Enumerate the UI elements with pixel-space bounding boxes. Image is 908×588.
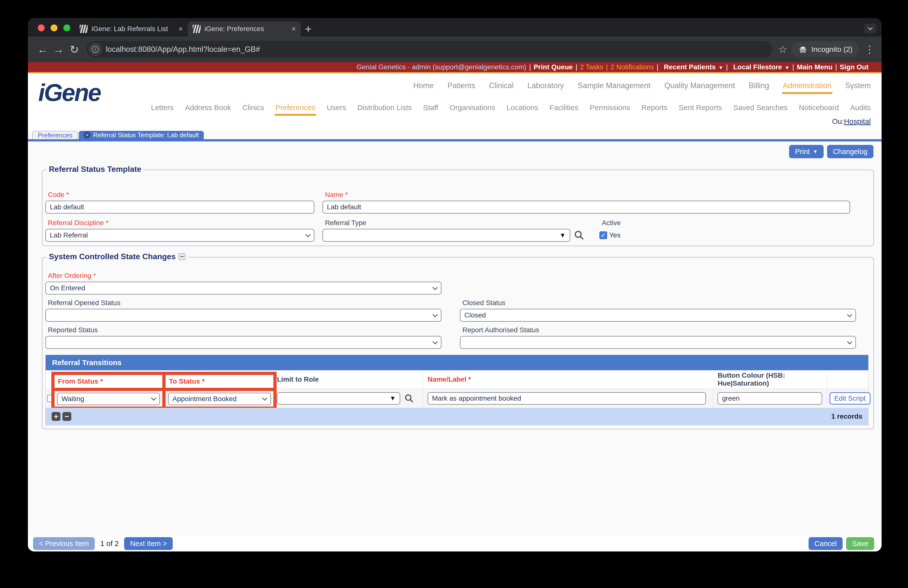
nav-patients[interactable]: Patients	[448, 81, 475, 90]
nav-address-book[interactable]: Address Book	[185, 103, 231, 112]
zoom-window-button[interactable]	[63, 24, 70, 31]
nav-preferences[interactable]: Preferences	[275, 103, 316, 112]
active-checkbox[interactable]: ✓	[599, 231, 607, 239]
row-actions-cell: Edit Script	[827, 389, 868, 408]
incognito-label: Incognito (2)	[811, 45, 852, 53]
referral-type-combo[interactable]: ▼	[322, 229, 570, 242]
nav-laboratory[interactable]: Laboratory	[528, 81, 564, 90]
name-input[interactable]: Lab default	[322, 201, 850, 214]
save-button[interactable]: Save	[846, 537, 874, 550]
forward-button[interactable]: →	[51, 43, 66, 56]
minimize-window-button[interactable]	[51, 24, 58, 31]
previous-item-button[interactable]: < Previous Item	[33, 537, 95, 550]
print-button[interactable]: Print▼	[789, 145, 823, 158]
nav-noticeboard[interactable]: Noticeboard	[799, 103, 839, 112]
browser-tab-preferences[interactable]: iGene: Preferences ×	[188, 21, 301, 37]
after-ordering-select[interactable]: On Entered	[45, 282, 441, 295]
nav-quality-management[interactable]: Quality Management	[664, 81, 735, 90]
nav-locations[interactable]: Locations	[507, 103, 538, 112]
nav-staff[interactable]: Staff	[423, 103, 438, 112]
reported-status-select[interactable]	[45, 336, 441, 349]
nav-home[interactable]: Home	[413, 81, 434, 90]
changelog-button[interactable]: Changelog	[827, 145, 873, 158]
button-colour-input[interactable]: green	[718, 392, 822, 404]
separator: |	[657, 63, 658, 71]
recent-patients-menu[interactable]: Recent Patients▼	[661, 63, 723, 71]
nav-administration[interactable]: Administration	[783, 81, 831, 90]
back-button[interactable]: ←	[35, 43, 51, 56]
highlight-from-to-columns: From Status * To Status * Waiting Appoin…	[52, 372, 277, 410]
new-tab-button[interactable]: +	[301, 21, 316, 37]
closed-status-select[interactable]: Closed	[460, 309, 856, 322]
edit-script-button[interactable]: Edit Script	[829, 392, 871, 404]
main-menu-link[interactable]: Main Menu	[797, 63, 832, 71]
nav-audits[interactable]: Audits	[850, 103, 871, 112]
referral-discipline-select[interactable]: Lab Referral	[45, 229, 314, 242]
igene-logo: iGene	[38, 79, 100, 106]
nav-system[interactable]: System	[845, 81, 871, 90]
limit-to-role-cell: ▼	[272, 389, 423, 408]
site-info-button[interactable]: i	[89, 43, 102, 56]
local-filestore-menu[interactable]: Local Filestore▼	[731, 63, 790, 71]
nav-distribution-lists[interactable]: Distribution Lists	[357, 103, 412, 112]
reload-button[interactable]: ↻	[66, 43, 82, 56]
name-label-input[interactable]: Mark as appointment booked	[428, 392, 706, 404]
bookmark-star-icon[interactable]: ☆	[778, 44, 787, 55]
remove-row-button[interactable]: −	[63, 412, 71, 421]
nav-sent-reports[interactable]: Sent Reports	[679, 103, 722, 112]
name-label-cell: Mark as appointment booked	[423, 389, 713, 408]
nav-permissions[interactable]: Permissions	[590, 103, 630, 112]
app-page: Genial Genetics - admin (support@genialg…	[28, 62, 882, 551]
table-footer: + − 1 records	[46, 408, 868, 425]
browser-tab-lab-referrals[interactable]: iGene: Lab Referrals List ×	[75, 21, 188, 37]
to-status-cell: Appointment Booked	[166, 391, 274, 407]
tab-search-button[interactable]	[865, 23, 876, 33]
reported-status-label: Reported Status	[48, 326, 441, 334]
notifications-link[interactable]: 2 Notifications	[610, 63, 654, 71]
close-tab-icon[interactable]: ×	[291, 25, 296, 33]
nav-clinical[interactable]: Clinical	[489, 81, 514, 90]
igene-favicon	[193, 25, 201, 33]
ou-hospital-link[interactable]: Hospital	[844, 117, 871, 126]
caret-down-icon: ▼	[813, 149, 818, 155]
add-row-button[interactable]: +	[52, 412, 60, 421]
nav-billing[interactable]: Billing	[749, 81, 770, 90]
active-label: Active	[602, 219, 621, 227]
close-window-button[interactable]	[38, 24, 45, 31]
browser-menu-button[interactable]: ⋮	[865, 43, 875, 56]
to-status-select[interactable]: Appointment Booked	[168, 393, 271, 405]
organisation-unit: Ou:Hospital	[832, 117, 871, 126]
tab-bar-divider	[28, 139, 882, 142]
nav-reports[interactable]: Reports	[642, 103, 667, 112]
from-status-select[interactable]: Waiting	[57, 393, 160, 405]
collapse-section-button[interactable]: −	[179, 253, 185, 260]
limit-to-role-combo[interactable]: ▼	[277, 392, 400, 404]
tasks-link[interactable]: 2 Tasks	[580, 63, 603, 71]
ou-label: Ou:	[832, 117, 844, 126]
nav-users[interactable]: Users	[327, 103, 346, 112]
close-tab-icon[interactable]: ×	[179, 25, 183, 33]
referral-opened-status-select[interactable]	[45, 309, 441, 322]
nav-facilities[interactable]: Facilities	[549, 103, 578, 112]
address-bar[interactable]: i localhost:8080/App/App.html?locale=en_…	[87, 41, 772, 58]
search-icon[interactable]	[404, 393, 415, 403]
referral-type-label: Referral Type	[325, 219, 584, 227]
search-icon[interactable]	[574, 230, 584, 241]
code-input[interactable]: Lab default	[45, 201, 314, 214]
nav-saved-searches[interactable]: Saved Searches	[733, 103, 787, 112]
sign-out-link[interactable]: Sign Out	[840, 63, 869, 71]
next-item-button[interactable]: Next Item >	[124, 537, 173, 550]
url-text[interactable]: localhost:8080/App/App.html?locale=en_GB…	[106, 45, 260, 54]
cancel-button[interactable]: Cancel	[808, 537, 843, 550]
tab-referral-status-template[interactable]: × Referral Status Template: Lab default	[79, 131, 204, 139]
nav-organisations[interactable]: Organisations	[449, 103, 495, 112]
nav-clinics[interactable]: Clinics	[242, 103, 264, 112]
nav-sample-management[interactable]: Sample Management	[578, 81, 650, 90]
tab-preferences[interactable]: Preferences	[32, 131, 78, 139]
report-authorised-status-select[interactable]	[460, 336, 856, 349]
close-tab-icon[interactable]: ×	[84, 132, 90, 139]
browser-tab-strip: iGene: Lab Referrals List × iGene: Prefe…	[28, 18, 882, 37]
nav-letters[interactable]: Letters	[151, 103, 174, 112]
print-queue-link[interactable]: Print Queue	[534, 63, 573, 71]
chevron-down-icon	[151, 395, 156, 401]
